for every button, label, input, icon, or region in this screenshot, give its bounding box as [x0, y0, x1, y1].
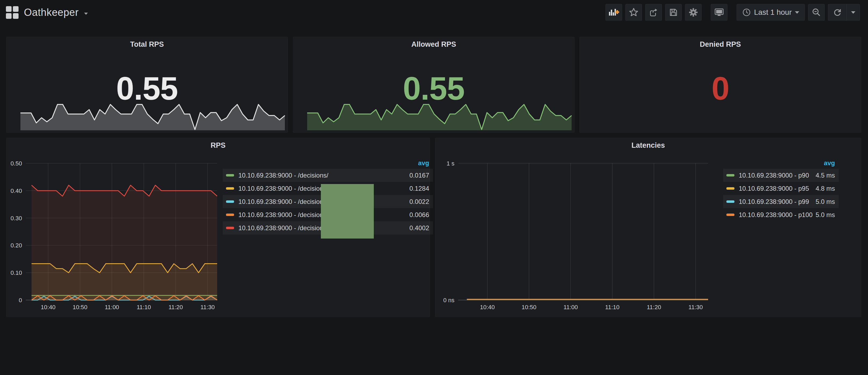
refresh-split-button	[828, 4, 860, 21]
series-name[interactable]: 10.10.69.238:9000 - p100	[739, 211, 813, 219]
settings-button[interactable]	[685, 4, 702, 21]
latencies-legend: avg10.10.69.238:9000 - p904.5 ms10.10.69…	[723, 157, 839, 221]
dashboard-grid-icon[interactable]	[6, 6, 19, 19]
x-axis-tick-label: 11:00	[563, 304, 578, 311]
series-avg-value: 5.0 ms	[815, 198, 835, 206]
dashboard-header: Oathkeeper	[0, 0, 868, 25]
series-name[interactable]: 10.10.69.238:9000 - /decisions/	[238, 185, 329, 192]
series-color-swatch[interactable]	[226, 200, 234, 203]
series-name[interactable]: 10.10.69.238:9000 - /decisions/	[238, 198, 329, 206]
panel-title[interactable]: Denied RPS	[580, 40, 861, 49]
series-name[interactable]: 10.10.69.238:9000 - p95	[739, 185, 809, 192]
x-axis-tick-label: 11:20	[168, 304, 183, 311]
zoom-out-button[interactable]	[808, 4, 825, 21]
star-button[interactable]	[625, 4, 642, 21]
legend-row[interactable]: 10.10.69.238:9000 - p1005.0 ms	[723, 208, 839, 221]
dashboard-title-group[interactable]: Oathkeeper	[6, 0, 88, 25]
share-icon	[649, 7, 658, 17]
panel-rps-graph: RPS 00.100.200.300.400.5010:4010:5011:00…	[6, 138, 430, 317]
refresh-interval-caret-button[interactable]	[847, 4, 860, 21]
legend-row[interactable]: 10.10.69.238:9000 - p995.0 ms	[723, 195, 839, 208]
save-button[interactable]	[665, 4, 682, 21]
x-axis-tick-label: 10:50	[72, 304, 87, 311]
tv-mode-icon	[714, 7, 724, 17]
panel-total-rps: Total RPS 0.55	[6, 37, 288, 133]
series-name[interactable]: 10.10.69.238:9000 - /decisions/	[238, 211, 329, 219]
allowed-rps-sparkline	[307, 101, 571, 130]
gear-icon	[688, 7, 699, 18]
tv-mode-button[interactable]	[711, 4, 727, 21]
series-avg-value: 4.5 ms	[815, 171, 835, 179]
panel-title[interactable]: Allowed RPS	[293, 40, 574, 49]
x-axis-tick-label: 11:00	[105, 304, 119, 311]
series-avg-value: 0.0022	[409, 198, 429, 206]
series-name[interactable]: 10.10.69.238:9000 - p99	[739, 198, 809, 206]
y-axis-tick-label: 0.50	[10, 160, 22, 167]
dashboard-title-caret-icon[interactable]	[84, 12, 88, 15]
total-rps-sparkline	[21, 101, 285, 130]
legend-row[interactable]: 10.10.69.238:9000 - p954.8 ms	[723, 182, 839, 195]
legend-overlay-artifact	[321, 184, 374, 239]
clock-icon	[742, 8, 751, 17]
x-axis-tick-label: 10:40	[41, 304, 56, 311]
y-axis-tick-label: 0.30	[10, 215, 22, 222]
series-fill	[31, 185, 217, 300]
series-avg-value: 0.1284	[409, 185, 429, 192]
x-axis-tick-label: 11:10	[605, 304, 619, 311]
rps-chart[interactable]: 00.100.200.300.400.5010:4010:5011:0011:1…	[9, 152, 219, 312]
star-icon	[629, 7, 639, 17]
legend-avg-header[interactable]: avg	[223, 157, 433, 169]
series-color-swatch[interactable]	[226, 187, 234, 190]
y-axis-tick-label: 0.40	[10, 187, 22, 194]
time-picker-label: Last 1 hour	[754, 8, 792, 17]
series-name[interactable]: 10.10.69.238:9000 - p90	[739, 171, 809, 179]
share-button[interactable]	[645, 4, 662, 21]
dashboard-title[interactable]: Oathkeeper	[24, 7, 79, 18]
caret-down-icon	[851, 11, 856, 14]
panel-latencies-graph: Latencies 0 ns1 s10:4010:5011:0011:1011:…	[435, 138, 861, 317]
legend-row[interactable]: 10.10.69.238:9000 - p904.5 ms	[723, 169, 839, 182]
x-axis-tick-label: 10:50	[522, 304, 536, 311]
y-axis-tick-label: 0.20	[10, 242, 22, 249]
legend-row[interactable]: 10.10.69.238:9000 - /decisions/0.0167	[223, 169, 433, 182]
x-axis-tick-label: 11:30	[200, 304, 215, 311]
x-axis-tick-label: 11:10	[136, 304, 151, 311]
time-picker-caret-icon	[795, 11, 799, 14]
latencies-chart[interactable]: 0 ns1 s10:4010:5011:0011:1011:2011:30	[437, 152, 712, 312]
panel-title[interactable]: Latencies	[435, 141, 861, 150]
series-name[interactable]: 10.10.69.238:9000 - /decisions/	[238, 171, 329, 179]
series-avg-value: 4.8 ms	[815, 185, 835, 192]
zoom-out-icon	[812, 7, 821, 17]
save-icon	[669, 7, 678, 17]
series-name[interactable]: 10.10.69.238:9000 - /decisions/	[238, 224, 329, 232]
panel-allowed-rps: Allowed RPS 0.55	[293, 37, 575, 133]
x-axis-tick-label: 11:20	[647, 304, 661, 311]
y-axis-tick-label: 0.10	[10, 270, 22, 276]
series-color-swatch[interactable]	[726, 214, 735, 216]
series-color-swatch[interactable]	[726, 174, 735, 177]
add-panel-button[interactable]	[606, 4, 622, 21]
bar-chart-add-icon	[609, 7, 619, 17]
y-axis-tick-label: 0 ns	[443, 297, 455, 304]
refresh-icon	[833, 7, 842, 17]
y-axis-tick-label: 1 s	[446, 160, 455, 167]
legend-avg-header[interactable]: avg	[723, 157, 839, 169]
series-color-swatch[interactable]	[226, 227, 234, 229]
panel-title[interactable]: Total RPS	[6, 40, 287, 49]
y-axis-tick-label: 0	[19, 297, 22, 304]
series-avg-value: 0.0167	[409, 171, 429, 179]
panel-denied-rps: Denied RPS 0	[579, 37, 861, 133]
denied-rps-value: 0	[580, 70, 861, 107]
series-color-swatch[interactable]	[226, 174, 234, 177]
series-avg-value: 0.0066	[409, 211, 429, 219]
series-color-swatch[interactable]	[726, 200, 735, 203]
time-picker-button[interactable]: Last 1 hour	[737, 4, 805, 21]
dashboard-toolbar: Last 1 hour	[602, 4, 860, 21]
refresh-button[interactable]	[828, 4, 846, 21]
panel-title[interactable]: RPS	[6, 141, 430, 150]
series-avg-value: 0.4002	[409, 224, 429, 232]
series-avg-value: 5.0 ms	[815, 211, 835, 219]
series-color-swatch[interactable]	[726, 187, 735, 190]
series-color-swatch[interactable]	[226, 214, 234, 216]
x-axis-tick-label: 11:30	[688, 304, 703, 311]
